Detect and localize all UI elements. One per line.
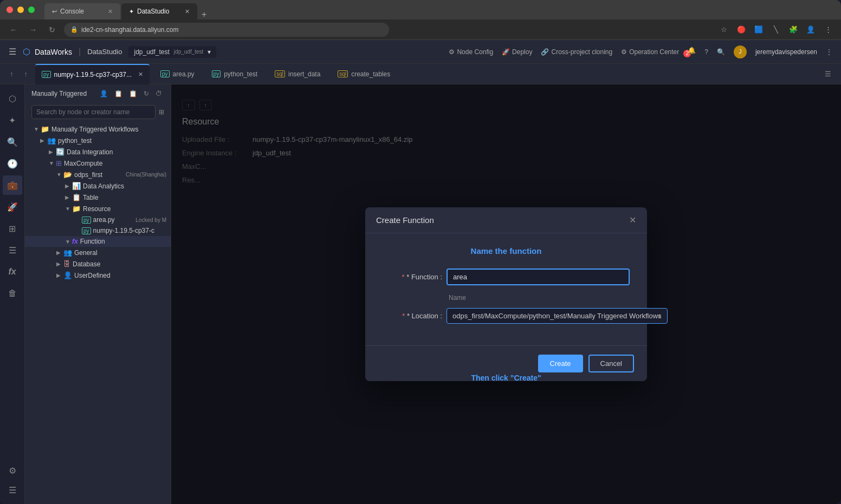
create-button[interactable]: Create (538, 355, 583, 372)
tab-more-button[interactable]: ☰ (821, 69, 834, 79)
tree-item-python-test[interactable]: ▶ 👥 python_test (25, 135, 171, 146)
annotation-area: Then click "Create" (471, 365, 541, 382)
browser-tab-datastudio[interactable]: ✦ DataStudio ✕ (121, 3, 197, 19)
project-selector[interactable]: jdp_udf_test jdp_udf_test ▾ (128, 46, 216, 58)
file-tab-numpy[interactable]: py numpy-1.19.5-cp37-cp37... ✕ (35, 64, 150, 84)
tree-item-resource[interactable]: ▼ 📁 Resource (25, 203, 171, 214)
bookmark-button[interactable]: ☆ (717, 23, 730, 36)
location-select[interactable]: odps_first/MaxCompute/python_test/Manual… (447, 308, 668, 324)
traffic-light-maximize[interactable] (28, 6, 35, 13)
deploy-label: Deploy (512, 48, 532, 56)
user-button[interactable]: 👤 (804, 23, 817, 36)
notification-button[interactable]: 🔔 (688, 47, 696, 54)
traffic-light-minimize[interactable] (17, 6, 24, 13)
expand-arrow-python-test: ▶ (40, 138, 46, 143)
modal-body: Name the function * * Function : (365, 233, 647, 345)
username-label: jeremydavispedersen (755, 48, 817, 56)
trigger-icon-timer[interactable]: ⏱ (153, 89, 164, 99)
tree-label-python-test: python_test (58, 137, 166, 145)
browser-tab-console[interactable]: ↩ Console ✕ (44, 3, 120, 19)
trigger-icon-user[interactable]: 👤 (98, 89, 110, 99)
node-config-button[interactable]: ⚙ Node Config (449, 48, 493, 56)
extensions-button[interactable]: 🔴 (735, 23, 748, 36)
lock-icon: 🔒 (70, 26, 78, 33)
tree-item-maxcompute[interactable]: ▼ ⊞ MaxCompute (25, 158, 171, 169)
sidebar-table-btn[interactable]: ⊞ (3, 219, 22, 238)
operation-center-button[interactable]: ⚙ Operation Center (621, 48, 679, 56)
tree-label-general: General (74, 249, 166, 257)
create-tables-tab-icon: sql (338, 70, 348, 77)
console-tab-close[interactable]: ✕ (108, 8, 113, 15)
numpy-tab-close[interactable]: ✕ (138, 71, 143, 78)
tab-toolbar-btn2[interactable]: ↑ (21, 69, 31, 79)
sidebar-list-btn[interactable]: ☰ (3, 240, 22, 260)
tree-item-data-analytics[interactable]: ▶ 📊 Data Analytics (25, 180, 171, 192)
sidebar-search-btn[interactable]: 🔍 (3, 132, 22, 152)
location-required-star: * (402, 312, 405, 320)
tree-item-odps-first[interactable]: ▼ 📂 odps_first China(Shanghai) (25, 169, 171, 180)
numpy-tab-label: numpy-1.19.5-cp37-cp37... (54, 71, 132, 78)
sidebar-trash-btn[interactable]: 🗑 (3, 284, 22, 303)
user-menu-button[interactable]: ⋮ (826, 48, 832, 56)
tree-item-numpy-file[interactable]: py numpy-1.19.5-cp37-c (25, 225, 171, 236)
filter-button[interactable]: ⊞ (159, 108, 164, 116)
app-logo: ⬡ DataWorks (23, 47, 72, 57)
function-name-input-extra[interactable] (499, 270, 629, 284)
file-icon-area-py: py (82, 217, 91, 224)
sidebar-deploy-btn[interactable]: 🚀 (3, 197, 22, 217)
tree-item-general[interactable]: ▶ 👥 General (25, 247, 171, 258)
trigger-icon-refresh[interactable]: ↻ (141, 89, 151, 99)
sidebar-puzzle-btn[interactable]: ✦ (3, 110, 22, 130)
location-row: * * Location : odps_first/MaxCompute/pyt… (383, 308, 630, 324)
tree-item-function[interactable]: ▼ fx Function (25, 236, 171, 247)
modal-close-button[interactable]: ✕ (629, 215, 636, 225)
traffic-light-close[interactable] (7, 6, 13, 13)
sidebar-briefcase-btn[interactable]: 💼 (3, 175, 22, 195)
search-header-button[interactable]: 🔍 (717, 48, 725, 56)
sidebar-settings-btn[interactable]: ⚙ (3, 461, 22, 480)
file-tab-insert-data[interactable]: sql insert_data (268, 64, 327, 84)
file-tree: Manually Triggered 👤 📋 📋 ↻ ⏱ ⊞ (25, 84, 171, 504)
slash-button[interactable]: ╲ (769, 23, 782, 36)
deploy-button[interactable]: 🚀 Deploy (502, 48, 532, 56)
file-tab-area[interactable]: py area.py (154, 64, 201, 84)
sidebar-fx-btn[interactable]: fx (3, 262, 22, 282)
tree-content: ▼ 📁 Manually Triggered Workflows ▶ 👥 pyt… (25, 121, 171, 504)
tree-label-data-integration: Data Integration (67, 148, 166, 156)
reload-button[interactable]: ↻ (46, 24, 59, 35)
function-name-input-area[interactable] (448, 270, 499, 284)
tab-toolbar-btn1[interactable]: ↑ (7, 69, 17, 79)
tree-item-userdefined[interactable]: ▶ 👤 UserDefined (25, 270, 171, 281)
function-label-text: * Function : (406, 273, 442, 281)
tree-item-database[interactable]: ▶ 🗄 Database (25, 258, 171, 270)
help-button[interactable]: ? (704, 48, 708, 56)
function-sublabel-row: Name (383, 294, 630, 302)
tree-item-area-py[interactable]: py area.py Locked by M (25, 214, 171, 225)
function-name-row: * * Function : (383, 269, 630, 285)
tree-item-data-integration[interactable]: ▶ 🔄 Data Integration (25, 146, 171, 158)
sidebar-clock-btn[interactable]: 🕐 (3, 154, 22, 173)
cross-project-icon: 🔗 (541, 48, 549, 56)
more-button[interactable]: ⋮ (821, 23, 834, 36)
file-tab-create-tables[interactable]: sql create_tables (331, 64, 397, 84)
tree-item-manually-triggered[interactable]: ▼ 📁 Manually Triggered Workflows (25, 123, 171, 135)
file-tab-python-test[interactable]: py python_test (205, 64, 264, 84)
sidebar-menu-btn[interactable]: ☰ (3, 480, 22, 500)
address-box[interactable]: 🔒 ide2-cn-shanghai.data.aliyun.com (64, 23, 389, 37)
sidebar-layers-btn[interactable]: ⬡ (3, 89, 22, 108)
search-input[interactable] (31, 105, 156, 119)
cancel-button[interactable]: Cancel (588, 355, 634, 372)
trigger-icon-table[interactable]: 📋 (112, 89, 125, 99)
datastudio-tab-close[interactable]: ✕ (185, 8, 190, 15)
extension2-button[interactable]: 🟦 (752, 23, 765, 36)
add-tab-button[interactable]: + (198, 10, 210, 19)
hamburger-icon[interactable]: ☰ (9, 47, 16, 57)
folder-icon-resource: 📁 (72, 205, 81, 213)
tree-item-table[interactable]: ▶ 📋 Table (25, 192, 171, 203)
back-button[interactable]: ← (7, 24, 21, 35)
puzzle-button[interactable]: 🧩 (787, 23, 800, 36)
folder-icon-table: 📋 (72, 193, 81, 201)
cross-project-button[interactable]: 🔗 Cross-project cloning (541, 48, 612, 56)
forward-button[interactable]: → (26, 24, 40, 35)
trigger-icon-copy[interactable]: 📋 (127, 89, 139, 99)
